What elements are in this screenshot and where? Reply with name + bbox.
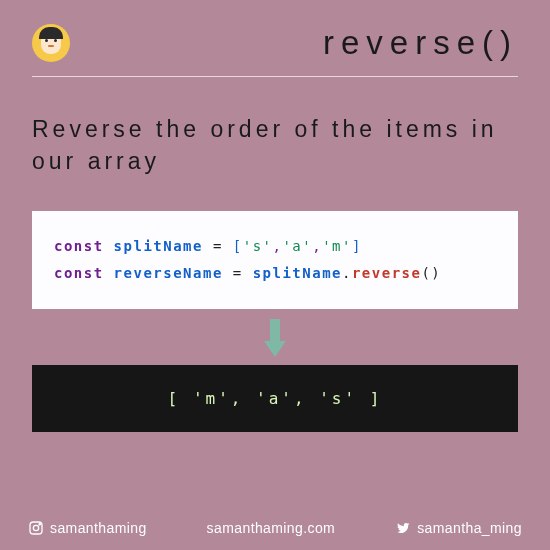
code-input: const splitName = ['s','a','m'] const re…: [32, 211, 518, 308]
dot: .: [342, 265, 352, 281]
svg-point-2: [39, 524, 40, 525]
instagram-handle: samanthaming: [50, 520, 147, 536]
bracket: [: [233, 238, 243, 254]
reference: splitName: [253, 265, 342, 281]
description: Reverse the order of the items in our ar…: [32, 113, 518, 177]
method: reverse: [352, 265, 422, 281]
arrow-down-icon: [264, 319, 286, 359]
operator: =: [233, 265, 243, 281]
string: 'a': [282, 238, 312, 254]
variable: splitName: [114, 238, 203, 254]
paren: (): [421, 265, 441, 281]
footer: samanthaming samanthaming.com samantha_m…: [0, 520, 550, 536]
comma: ,: [273, 238, 283, 254]
keyword: const: [54, 265, 104, 281]
variable: reverseName: [114, 265, 223, 281]
website-label: samanthaming.com: [207, 520, 336, 536]
avatar: [32, 24, 70, 62]
keyword: const: [54, 238, 104, 254]
code-output: [ 'm', 'a', 's' ]: [32, 365, 518, 432]
twitter-icon: [395, 520, 411, 536]
bracket: ]: [352, 238, 362, 254]
operator: =: [213, 238, 223, 254]
comma: ,: [312, 238, 322, 254]
string: 'm': [322, 238, 352, 254]
string: 's': [243, 238, 273, 254]
instagram-icon: [28, 520, 44, 536]
svg-point-1: [33, 525, 38, 530]
twitter-handle: samantha_ming: [417, 520, 522, 536]
page-title: reverse(): [323, 24, 518, 62]
